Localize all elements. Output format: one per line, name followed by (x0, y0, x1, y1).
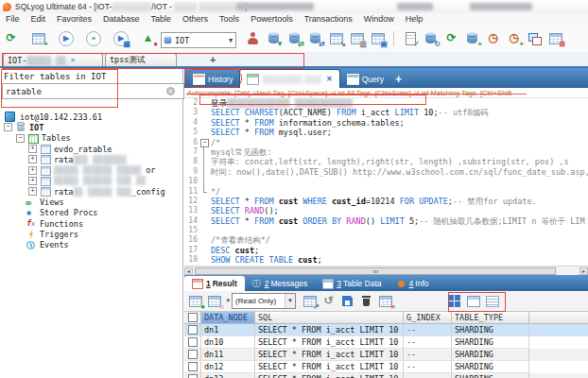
row-checkbox[interactable] (184, 336, 201, 349)
result-tab-info[interactable]: 4Info (389, 276, 437, 291)
tab-query[interactable]: Query (340, 70, 390, 88)
menu-transactions[interactable]: Transactions (299, 13, 358, 26)
table-redacted-2[interactable]: +▒▒▒▒▒ ▒▒▒▒▒▒ ▒▒▒▒▒ or (0, 164, 182, 175)
chevron-down-icon[interactable]: ▼ (285, 294, 295, 308)
scheduled-backup-icon[interactable]: ◷ (485, 30, 501, 46)
stop-icon[interactable]: × (377, 293, 393, 309)
scrollbar-thumb[interactable] (195, 267, 556, 275)
connect-icon[interactable]: ⟳ (3, 30, 19, 46)
format-query-icon[interactable]: ▲● (140, 30, 156, 46)
result-row-dn10[interactable]: dn10SELECT * FROM i_acct LIMIT 10--SHARD… (184, 336, 588, 349)
cell-table_type: SHARDING (452, 349, 529, 361)
import-external-data-icon[interactable]: ⇄ (307, 30, 323, 46)
sql-editor-area[interactable]: 2登录▒▒▒▒▒▒▒▒▒▒▒▒▒ ▒▒▒▒▒▒▒▒▒▒▒▒3SELECT CHA… (184, 98, 588, 266)
menu-tools[interactable]: Tools (214, 13, 245, 26)
result-row-dn13[interactable]: dn13SELECT * FROM i_acct LIMIT 10--SHARD… (184, 373, 588, 378)
refresh-object-browser-icon[interactable]: ⟳ (443, 30, 459, 46)
menu-powertools[interactable]: Powertools (245, 13, 299, 26)
menu-favorites[interactable]: Favorites (51, 13, 97, 26)
result-tab-messages[interactable]: 2Messages (245, 276, 315, 291)
job-agent-icon[interactable]: ◷+ (506, 30, 522, 46)
menu-others[interactable]: Others (177, 13, 214, 26)
clear-filter-icon[interactable]: ✕ (166, 87, 175, 95)
table-evdo-ratable[interactable]: +evdo_ratable (0, 144, 182, 154)
new-query-tab-button[interactable]: + (390, 70, 406, 88)
row-checkbox[interactable] (184, 361, 201, 373)
text-view-icon[interactable] (484, 293, 500, 309)
column-header-data_node[interactable]: DATA_NODE (201, 312, 255, 324)
select-all-checkbox[interactable] (184, 312, 201, 324)
revert-changes-icon[interactable]: ↺ (320, 293, 337, 309)
chevron-down-icon[interactable]: ▼ (226, 37, 235, 44)
views-folder[interactable]: Views (0, 197, 182, 207)
new-connection-tab-button[interactable]: + (210, 54, 216, 65)
row-checkbox[interactable] (184, 349, 201, 361)
editor-line-15: 15 (184, 226, 588, 235)
procs-icon (26, 208, 37, 218)
cell-g_index: -- (404, 361, 452, 373)
duplicate-table-icon[interactable]: ▣ (370, 30, 386, 46)
row-checkbox[interactable] (184, 373, 201, 378)
filter-icon[interactable]: ○▾ (206, 293, 222, 309)
tab-sql-file[interactable]: ▒▒▒▒▒▒▒.▒▒▒ ✕ (239, 69, 339, 88)
cell-g_index: -- (404, 324, 452, 336)
column-header-table_type[interactable]: TABLE_TYPE (452, 312, 529, 324)
sync-database-icon[interactable]: ⇄ (286, 30, 303, 46)
close-icon[interactable]: ✕ (70, 56, 75, 64)
user-manager-icon[interactable] (245, 30, 261, 46)
table-redacted-1[interactable]: +rata▒▒▒ ▒▒▒▒▒▒▒ (0, 154, 182, 164)
new-query-editor-icon[interactable]: + (30, 30, 46, 46)
query-profiler-icon[interactable]: ✓ (402, 30, 418, 46)
result-row-dn11[interactable]: dn11SELECT * FROM i_acct LIMIT 10--SHARD… (184, 349, 588, 361)
editor-horizontal-scrollbar[interactable]: ◄ ► (184, 266, 588, 275)
menu-help[interactable]: Help (400, 13, 429, 26)
filter-tables-input[interactable] (2, 83, 184, 99)
form-view-icon[interactable] (465, 293, 481, 309)
stored-procs-folder[interactable]: Stored Procs (0, 208, 182, 218)
column-header-g_index[interactable]: G_INDEX (404, 312, 452, 324)
menu-edit[interactable]: Edit (26, 13, 52, 26)
scroll-left-icon[interactable]: ◄ (184, 267, 193, 275)
connection-tab-iot[interactable]: IOT- ▒▒▒▒▒ ▒▒ ✕ (3, 53, 103, 66)
title-bar: SQLyog Ultimate 64 - [IOT-▒▒▒▒▒▒▒/IOT - … (0, 0, 588, 13)
schema-designer-icon[interactable] (527, 30, 543, 46)
copy-database-icon[interactable]: ▼ (266, 30, 282, 46)
connection-tab-tpss[interactable]: tpss测试 (105, 53, 177, 66)
backup-database-icon[interactable]: + (464, 30, 480, 46)
save-changes-icon[interactable] (339, 293, 355, 309)
table-redacted-3[interactable]: +▒▒▒▒▒ ▒▒▒▒▒▒ ▒▒▒ ▒▒ (0, 176, 182, 186)
triggers-folder[interactable]: Triggers (0, 229, 182, 239)
execute-query-icon[interactable]: ▶ (58, 30, 74, 46)
database-iot[interactable]: −IOT (0, 122, 182, 132)
grid-view-icon[interactable] (446, 293, 462, 309)
menu-file[interactable]: File (0, 13, 26, 26)
table-redacted-config[interactable]: +rata▒▒ ▒▒▒▒▒ ▒▒▒_config (0, 186, 182, 197)
export-table-icon[interactable]: ↘ (328, 30, 344, 46)
schema-sync-icon[interactable]: ↻ (423, 30, 439, 46)
menu-database[interactable]: Database (97, 13, 146, 26)
result-mode-select[interactable]: (Read Only) ▼ (232, 293, 296, 309)
column-header-sql[interactable]: SQL (255, 312, 404, 324)
result-row-dn1[interactable]: dn1SELECT * FROM i_acct LIMIT 10--SHARDI… (184, 324, 588, 336)
menu-window[interactable]: Window (358, 13, 400, 26)
tables-folder[interactable]: −Tables (0, 133, 182, 144)
database-selector[interactable]: IOT ▼ (161, 32, 236, 48)
row-checkbox[interactable] (184, 324, 201, 336)
refresh-resultset-icon[interactable]: ● (187, 293, 203, 309)
delete-rows-icon[interactable] (358, 293, 374, 309)
execute-explain-icon[interactable]: ▶▦ (112, 30, 129, 46)
connection-iot[interactable]: iot@10.142.233.61 (0, 112, 182, 122)
tab-history[interactable]: History (186, 70, 239, 88)
result-row-dn12[interactable]: dn12SELECT * FROM i_acct LIMIT 10--SHARD… (184, 361, 588, 373)
menu-table[interactable]: Table (146, 13, 178, 26)
execute-all-queries-icon[interactable]: » (85, 30, 101, 46)
events-folder[interactable]: Events (0, 240, 182, 250)
close-icon[interactable]: ✕ (326, 75, 333, 83)
result-tab-table-data[interactable]: 3Table Data (315, 276, 389, 291)
scroll-right-icon[interactable]: ► (579, 267, 588, 275)
import-table-icon[interactable]: ▥ (349, 30, 365, 46)
export-resultset-icon[interactable]: ↗ (302, 293, 318, 309)
query-builder-icon[interactable]: ⊞ (547, 30, 563, 46)
result-tab-result[interactable]: 1Result (184, 276, 245, 291)
functions-folder[interactable]: Functions (0, 218, 182, 229)
